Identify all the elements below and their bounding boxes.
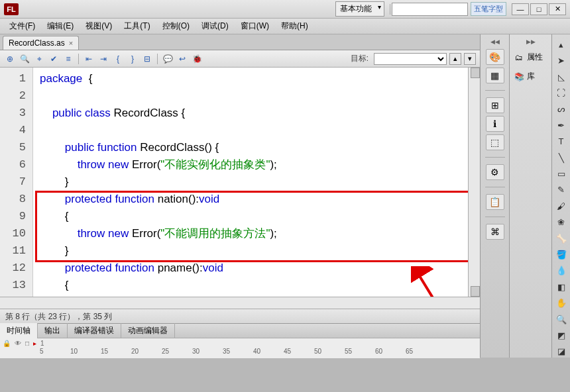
panel-properties[interactable]: 🗂 属性 — [510, 49, 551, 66]
find-icon[interactable]: 🔍 — [19, 53, 30, 65]
nav-down-icon[interactable]: ▾ — [464, 53, 476, 65]
properties-icon: 🗂 — [514, 52, 524, 63]
target-icon[interactable]: ⌖ — [33, 53, 45, 65]
horizontal-scrollbar[interactable] — [0, 297, 480, 309]
tab-close-icon[interactable]: × — [69, 39, 73, 47]
code-line[interactable]: } — [33, 242, 468, 260]
tab-anim-editor[interactable]: 动画编辑器 — [121, 323, 175, 338]
tools-panel: ▴ ➤ ◺ ⛶ ᔕ ✒ T ╲ ▭ ✎ 🖌 ❀ 🦴 🪣 💧 ◧ ✋ 🔍 ◩ ◪ — [551, 34, 570, 358]
fill-color-icon[interactable]: ◪ — [555, 346, 568, 358]
eraser-tool-icon[interactable]: ◧ — [555, 281, 568, 293]
menu-tools[interactable]: 工具(T) — [119, 19, 155, 34]
add-icon[interactable]: ⊕ — [4, 53, 16, 65]
timeline-ruler[interactable]: 🔒 👁 □ ▸1 5101520253035404550556065 — [0, 338, 480, 358]
document-tabbar: RecordClass.as × — [0, 34, 480, 50]
panel-library[interactable]: 📚 库 — [510, 68, 551, 85]
pen-tool-icon[interactable]: ✒ — [555, 119, 568, 131]
close-button[interactable]: ✕ — [549, 3, 566, 15]
panel-label: 库 — [527, 71, 535, 82]
menu-debug[interactable]: 调试(D) — [196, 19, 234, 34]
arrow-tool-icon[interactable]: ➤ — [555, 54, 568, 66]
zoom-tool-icon[interactable]: 🔍 — [555, 313, 568, 325]
pencil-tool-icon[interactable]: ✎ — [555, 184, 568, 196]
code-line[interactable]: public function RecordClass() { — [33, 139, 468, 156]
code-toolbar: ⊕ 🔍 ⌖ ✔ ≡ ⇤ ⇥ { } ⊟ 💬 ↩ 🐞 目标: ▴ ▾ — [0, 50, 480, 68]
search-input[interactable] — [392, 3, 468, 16]
code-line[interactable] — [33, 122, 468, 139]
menu-help[interactable]: 帮助(H) — [276, 19, 314, 34]
rectangle-tool-icon[interactable]: ▭ — [555, 168, 568, 179]
code-line[interactable]: throw new Error("不能调用的抽象方法"); — [33, 225, 468, 242]
sample-icon[interactable]: 📋 — [486, 194, 504, 210]
components-icon[interactable]: ⚙ — [486, 164, 504, 180]
menu-window[interactable]: 窗口(W) — [235, 19, 274, 34]
code-line[interactable] — [33, 87, 468, 105]
code-line[interactable]: protected function pname():void — [33, 260, 468, 277]
code-line[interactable]: var name:String="Clock"; — [33, 294, 468, 297]
library-icon: 📚 — [514, 72, 524, 82]
hand-tool-icon[interactable]: ✋ — [555, 297, 568, 309]
code-editor[interactable]: package { public class RecordClass { pub… — [33, 68, 468, 297]
vertical-scrollbar[interactable] — [468, 68, 480, 297]
menu-edit[interactable]: 编辑(E) — [42, 19, 79, 34]
menu-view[interactable]: 视图(V) — [80, 19, 117, 34]
minimize-button[interactable]: — — [512, 3, 529, 15]
menu-control[interactable]: 控制(O) — [157, 19, 195, 34]
code-line[interactable]: { — [33, 208, 468, 225]
ink-tool-icon[interactable]: 💧 — [555, 265, 568, 277]
lock-icon[interactable]: 🔒 — [3, 340, 11, 347]
stroke-color-icon[interactable]: ◩ — [555, 329, 568, 341]
format-icon[interactable]: ≡ — [62, 53, 74, 65]
free-transform-icon[interactable]: ⛶ — [555, 87, 568, 99]
actions-icon[interactable]: ⌘ — [486, 224, 504, 240]
titlebar: FL 基本功能 五笔字型 — □ ✕ — [0, 0, 570, 19]
target-label: 目标: — [351, 53, 369, 64]
check-icon[interactable]: ✔ — [48, 53, 60, 65]
text-tool-icon[interactable]: T — [555, 135, 568, 147]
collapse-icon[interactable]: ⊟ — [141, 53, 153, 65]
indent-left-icon[interactable]: ⇤ — [83, 53, 95, 65]
deco-tool-icon[interactable]: ❀ — [555, 216, 568, 228]
color-icon[interactable]: ▦ — [486, 68, 504, 83]
brace-left-icon[interactable]: { — [112, 53, 124, 65]
collapse-dock-icon[interactable]: ◀◀ — [483, 38, 507, 46]
tab-compiler-errors[interactable]: 编译器错误 — [68, 323, 121, 338]
bone-tool-icon[interactable]: 🦴 — [555, 232, 568, 244]
code-line[interactable]: { — [33, 277, 468, 294]
indent-right-icon[interactable]: ⇥ — [97, 53, 109, 65]
align-icon[interactable]: ⊞ — [486, 97, 504, 113]
code-line[interactable]: throw new Error("不能实例化的抽象类"); — [33, 156, 468, 173]
target-dropdown[interactable] — [374, 53, 447, 65]
code-line[interactable]: public class RecordClass { — [33, 105, 468, 122]
selection-tool-icon[interactable]: ▴ — [555, 38, 568, 50]
menu-file[interactable]: 文件(F) — [4, 19, 40, 34]
bucket-tool-icon[interactable]: 🪣 — [555, 248, 568, 260]
collapse-panel-icon[interactable]: ▶▶ — [510, 38, 551, 46]
document-tab[interactable]: RecordClass.as × — [3, 36, 79, 50]
swatches-icon[interactable]: 🎨 — [486, 49, 504, 65]
brace-right-icon[interactable]: } — [127, 53, 139, 65]
comment-icon[interactable]: 💬 — [162, 53, 174, 65]
brush-tool-icon[interactable]: 🖌 — [555, 200, 568, 212]
transform-icon[interactable]: ⬚ — [486, 134, 504, 150]
nav-up-icon[interactable]: ▴ — [449, 53, 461, 65]
code-line[interactable]: } — [33, 173, 468, 191]
panel-label: 属性 — [527, 52, 543, 63]
debug-icon[interactable]: 🐞 — [191, 53, 203, 65]
wrap-icon[interactable]: ↩ — [176, 53, 188, 65]
bottom-panel: 时间轴 输出 编译器错误 动画编辑器 🔒 👁 □ ▸1 510152025303… — [0, 323, 480, 358]
tab-timeline[interactable]: 时间轴 — [0, 323, 38, 338]
code-line[interactable]: package { — [33, 70, 468, 87]
tab-output[interactable]: 输出 — [38, 323, 68, 338]
workspace-dropdown[interactable]: 基本功能 — [335, 1, 384, 17]
outline-icon[interactable]: □ — [25, 340, 29, 347]
menubar: 文件(F) 编辑(E) 视图(V) 工具(T) 控制(O) 调试(D) 窗口(W… — [0, 19, 570, 34]
maximize-button[interactable]: □ — [530, 3, 547, 15]
info-icon[interactable]: ℹ — [486, 116, 504, 132]
lasso-tool-icon[interactable]: ᔕ — [555, 103, 568, 115]
line-tool-icon[interactable]: ╲ — [555, 152, 568, 164]
code-line[interactable]: protected function nation():void — [33, 191, 468, 208]
visibility-icon[interactable]: 👁 — [15, 340, 21, 347]
subselect-tool-icon[interactable]: ◺ — [555, 71, 568, 83]
status-bar: 第 8 行（共 23 行），第 35 列 — [0, 309, 480, 323]
